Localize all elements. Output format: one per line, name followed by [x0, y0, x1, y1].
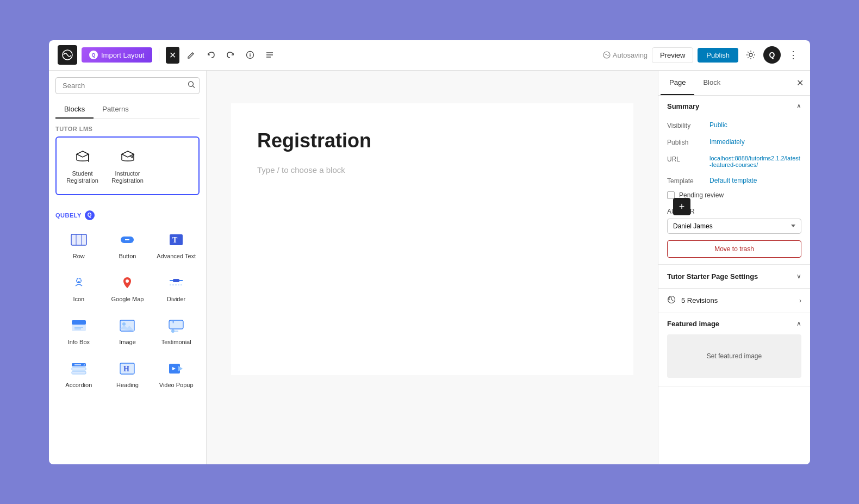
block-divider[interactable]: Divider [153, 267, 200, 308]
author-select[interactable]: Daniel James [667, 219, 801, 234]
row-label: Row [73, 253, 85, 260]
tutor-lms-section: TUTOR LMS Student Regis [49, 119, 206, 210]
block-google-map[interactable]: Google Map [104, 267, 151, 308]
revisions-icon [667, 295, 676, 306]
tab-patterns[interactable]: Patterns [94, 101, 137, 119]
preview-button[interactable]: Preview [652, 47, 693, 63]
set-featured-image-button[interactable]: Set featured image [667, 334, 801, 378]
block-image[interactable]: Image [104, 310, 151, 351]
image-icon [117, 316, 137, 335]
testimonial-label: Testimonial [161, 339, 191, 346]
more-options-button[interactable]: ⋮ [785, 46, 801, 64]
qubely-logo-button[interactable]: Q [763, 46, 781, 64]
block-testimonial[interactable]: " Testimonial [153, 310, 200, 351]
icon-label: Icon [73, 296, 84, 303]
search-box [55, 77, 200, 94]
publish-meta-label: Publish [667, 138, 705, 146]
divider-label: Divider [167, 296, 185, 303]
featured-image-section: Featured image ∧ Set featured image [658, 313, 810, 387]
qubely-icon: Q [89, 51, 98, 59]
tutor-settings-header[interactable]: Tutor Starter Page Settings ∨ [658, 265, 810, 288]
button-icon [117, 230, 137, 250]
template-value[interactable]: Default template [709, 177, 757, 184]
svg-line-10 [193, 86, 195, 88]
visibility-label: Visibility [667, 121, 705, 129]
block-video-popup[interactable]: Video Popup [153, 353, 200, 394]
image-label: Image [119, 339, 136, 346]
instructor-registration-label: Instructor Registration [109, 170, 146, 184]
content-area: Registration Type / to choose a block + [207, 71, 658, 464]
svg-rect-25 [72, 320, 86, 325]
summary-chevron-icon: ∧ [796, 102, 801, 110]
info-box-label: Info Box [68, 339, 90, 346]
import-layout-label: Import Layout [101, 51, 145, 59]
tab-block[interactable]: Block [694, 71, 729, 95]
list-view-button[interactable] [262, 47, 277, 63]
heading-label: Heading [116, 382, 139, 389]
wp-logo [58, 45, 77, 65]
right-panel-close-button[interactable]: ✕ [792, 73, 808, 92]
block-button[interactable]: Button [104, 225, 151, 265]
search-input[interactable] [55, 77, 200, 94]
button-label: Button [119, 253, 136, 260]
settings-button[interactable] [743, 47, 759, 63]
block-icon[interactable]: Icon [55, 267, 102, 308]
page-title[interactable]: Registration [257, 129, 607, 152]
tab-blocks[interactable]: Blocks [55, 101, 94, 119]
page-placeholder[interactable]: Type / to choose a block [257, 165, 607, 175]
revisions-row[interactable]: 5 Revisions › [658, 289, 810, 313]
block-row[interactable]: Row [55, 225, 102, 265]
info-button[interactable] [242, 47, 258, 63]
svg-rect-22 [173, 279, 179, 282]
revisions-chevron-icon: › [799, 297, 801, 304]
featured-image-title: Featured image [667, 320, 719, 328]
qubely-blocks-grid: Row Button [55, 225, 200, 395]
svg-rect-38 [72, 371, 86, 374]
svg-text:H: H [123, 365, 129, 373]
tab-page[interactable]: Page [661, 71, 694, 95]
block-advanced-text[interactable]: T Advanced Text [153, 225, 200, 265]
pending-review-checkbox[interactable] [667, 191, 675, 199]
edit-button[interactable] [184, 47, 199, 63]
block-info-box[interactable]: Info Box [55, 310, 102, 351]
tabs-row: Blocks Patterns [55, 101, 200, 119]
autosave-status: Autosaving [603, 51, 648, 59]
block-accordion[interactable]: Accordion [55, 353, 102, 394]
icon-block-icon [69, 273, 89, 293]
search-icon-button[interactable] [188, 81, 195, 90]
accordion-icon [69, 359, 89, 378]
svg-rect-37 [72, 368, 86, 370]
student-registration-label: Student Registration [64, 170, 101, 184]
publish-button[interactable]: Publish [698, 48, 738, 63]
google-map-label: Google Map [111, 296, 144, 303]
svg-text:T: T [172, 236, 178, 244]
divider-icon [166, 273, 186, 293]
url-row: URL localhost:8888/tutorlms2.1.2/latest-… [658, 151, 810, 172]
summary-header[interactable]: Summary ∧ [658, 96, 810, 117]
block-student-registration[interactable]: Student Registration [61, 142, 104, 190]
svg-point-3 [250, 53, 251, 54]
video-popup-label: Video Popup [159, 382, 194, 389]
undo-button[interactable] [203, 47, 219, 63]
move-trash-button[interactable]: Move to trash [667, 240, 801, 258]
publish-row: Publish Immediately [658, 134, 810, 151]
tutor-blocks-grid: Student Registration Instructor Registr [55, 136, 200, 195]
block-heading[interactable]: H Heading [104, 353, 151, 394]
block-instructor-registration[interactable]: Instructor Registration [106, 142, 149, 190]
import-layout-button[interactable]: Q Import Layout [82, 47, 152, 63]
toolbar-right: Autosaving Preview Publish Q ⋮ [603, 46, 801, 64]
close-button[interactable]: ✕ [166, 47, 179, 64]
toolbar-separator [159, 48, 159, 61]
svg-rect-12 [71, 234, 86, 245]
visibility-value[interactable]: Public [709, 121, 727, 129]
featured-image-chevron-icon: ∧ [796, 320, 801, 327]
heading-icon: H [117, 359, 137, 378]
svg-point-20 [126, 279, 129, 283]
qubely-section: QUBELY Q Row [49, 210, 206, 401]
publish-meta-value[interactable]: Immediately [709, 138, 745, 146]
qubely-label: QUBELY Q [55, 210, 200, 220]
tutor-settings-chevron-icon: ∨ [796, 272, 801, 280]
url-value[interactable]: localhost:8888/tutorlms2.1.2/latest-feat… [709, 155, 801, 168]
featured-image-header[interactable]: Featured image ∧ [658, 313, 810, 334]
redo-button[interactable] [223, 47, 238, 63]
